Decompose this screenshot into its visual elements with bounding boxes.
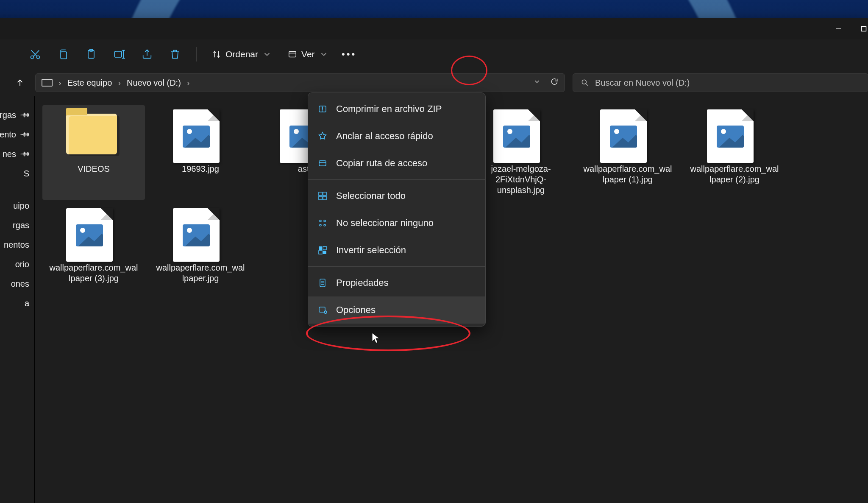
image-file-icon xyxy=(173,109,228,160)
menu-item-path[interactable]: Copiar ruta de acceso xyxy=(308,150,485,177)
svg-point-18 xyxy=(324,224,326,226)
toolbar: Ordenar Ver ••• xyxy=(0,39,868,70)
search-input[interactable]: Buscar en Nuevo vol (D:) xyxy=(573,73,868,92)
folder-item[interactable]: VIDEOS xyxy=(42,105,145,200)
svg-rect-9 xyxy=(319,106,326,112)
sidebar-item[interactable]: nento📌 xyxy=(0,125,34,144)
svg-rect-10 xyxy=(319,161,326,166)
delete-button[interactable] xyxy=(164,45,186,64)
toolbar-separator xyxy=(196,47,197,61)
chevron-down-icon xyxy=(262,50,272,59)
path-icon xyxy=(317,158,328,168)
svg-point-15 xyxy=(320,220,321,222)
copy-button[interactable] xyxy=(52,45,74,64)
sidebar-item[interactable]: orio xyxy=(0,254,34,274)
menu-item-props[interactable]: Propiedades xyxy=(308,269,485,296)
svg-point-17 xyxy=(320,224,321,226)
menu-item-label: Comprimir en archivo ZIP xyxy=(336,103,442,115)
svg-point-2 xyxy=(37,56,40,59)
svg-rect-21 xyxy=(319,251,322,254)
sidebar-item[interactable]: nes📌 xyxy=(0,144,34,164)
svg-rect-14 xyxy=(323,196,326,200)
breadcrumb-current[interactable]: Nuevo vol (D:) xyxy=(127,78,181,88)
file-item[interactable]: wallpaperflare.com_wallpaper (2).jpg xyxy=(683,105,786,200)
pin-icon: 📌 xyxy=(19,129,31,140)
item-label: VIDEOS xyxy=(78,164,110,174)
image-file-icon xyxy=(493,109,548,160)
sidebar-item[interactable]: nentos xyxy=(0,235,34,254)
svg-rect-3 xyxy=(61,52,67,59)
address-dropdown-button[interactable] xyxy=(533,78,541,88)
menu-item-select-invert[interactable]: Invertir selección xyxy=(308,237,485,264)
maximize-button[interactable] xyxy=(854,21,868,37)
menu-item-select-all[interactable]: Seleccionar todo xyxy=(308,182,485,210)
sidebar-item[interactable]: a xyxy=(0,293,34,313)
sidebar-item[interactable]: ones xyxy=(0,274,34,293)
menu-item-star[interactable]: Anclar al acceso rápido xyxy=(308,123,485,150)
view-label: Ver xyxy=(301,49,315,59)
breadcrumb-root[interactable]: Este equipo xyxy=(67,78,112,88)
svg-rect-6 xyxy=(115,51,122,57)
image-file-icon xyxy=(600,109,655,160)
menu-item-zip[interactable]: Comprimir en archivo ZIP xyxy=(308,95,485,123)
file-item[interactable]: wallpaperflare.com_wallpaper.jpg xyxy=(149,204,252,288)
share-button[interactable] xyxy=(136,45,158,64)
sidebar[interactable]: rgas📌nento📌nes📌Suiporgasnentosorioonesa xyxy=(0,96,35,503)
image-file-icon xyxy=(173,208,228,259)
menu-item-label: Opciones xyxy=(336,305,376,316)
item-label: jezael-melgoza-2FiXtdnVhjQ-unsplash.jpg xyxy=(476,164,565,196)
select-invert-icon xyxy=(317,245,328,255)
menu-item-label: Propiedades xyxy=(336,277,389,288)
svg-point-8 xyxy=(582,80,586,84)
zip-icon xyxy=(317,104,328,114)
refresh-button[interactable] xyxy=(550,78,559,88)
menu-item-label: Seleccionar todo xyxy=(336,190,406,201)
item-label: wallpaperflare.com_wallpaper (1).jpg xyxy=(583,164,672,185)
menu-item-label: Copiar ruta de acceso xyxy=(336,158,427,169)
file-item[interactable]: 19693.jpg xyxy=(149,105,252,200)
rename-button[interactable] xyxy=(108,45,130,64)
minimize-button[interactable] xyxy=(829,21,848,37)
menu-item-select-none[interactable]: No seleccionar ninguno xyxy=(308,210,485,237)
sort-label: Ordenar xyxy=(225,49,258,59)
address-bar[interactable]: › Este equipo › Nuevo vol (D:) › xyxy=(35,73,565,92)
sidebar-item[interactable]: S xyxy=(0,164,34,183)
more-menu: Comprimir en archivo ZIPAnclar al acceso… xyxy=(308,92,486,327)
breadcrumb-separator: › xyxy=(58,78,61,88)
sidebar-item[interactable]: uipo xyxy=(0,196,34,215)
pin-icon: 📌 xyxy=(19,109,31,120)
svg-rect-7 xyxy=(289,52,296,57)
sidebar-item[interactable]: rgas xyxy=(0,215,34,235)
item-label: 19693.jpg xyxy=(182,164,219,174)
select-none-icon xyxy=(317,218,328,228)
nav-row: › Este equipo › Nuevo vol (D:) › Buscar … xyxy=(0,70,868,96)
item-label: wallpaperflare.com_wallpaper (2).jpg xyxy=(690,164,779,185)
svg-rect-20 xyxy=(323,246,326,250)
item-label: wallpaperflare.com_wallpaper.jpg xyxy=(156,263,245,284)
file-item[interactable]: wallpaperflare.com_wallpaper (3).jpg xyxy=(42,204,145,288)
svg-point-1 xyxy=(31,56,34,59)
breadcrumb-separator: › xyxy=(118,78,121,88)
drive-icon xyxy=(42,79,53,87)
file-item[interactable]: wallpaperflare.com_wallpaper (1).jpg xyxy=(576,105,679,200)
titlebar[interactable]: D:) xyxy=(0,18,868,39)
menu-item-label: Invertir selección xyxy=(336,245,406,256)
search-icon xyxy=(581,78,589,87)
up-button[interactable] xyxy=(12,75,28,90)
sidebar-item[interactable]: rgas📌 xyxy=(0,105,34,125)
search-placeholder: Buscar en Nuevo vol (D:) xyxy=(595,78,690,88)
item-label: wallpaperflare.com_wallpaper (3).jpg xyxy=(49,263,138,284)
chevron-down-icon xyxy=(319,50,328,59)
svg-rect-22 xyxy=(323,251,326,254)
paste-button[interactable] xyxy=(80,45,102,64)
cut-button[interactable] xyxy=(24,45,46,64)
sort-button[interactable]: Ordenar xyxy=(207,45,277,64)
props-icon xyxy=(317,278,328,288)
folder-icon xyxy=(66,109,121,160)
more-button[interactable]: ••• xyxy=(339,45,359,64)
menu-item-options[interactable]: Opciones xyxy=(308,296,485,324)
svg-rect-13 xyxy=(319,196,322,200)
select-all-icon xyxy=(317,191,328,201)
pin-icon: 📌 xyxy=(19,148,31,159)
view-button[interactable]: Ver xyxy=(283,45,334,64)
